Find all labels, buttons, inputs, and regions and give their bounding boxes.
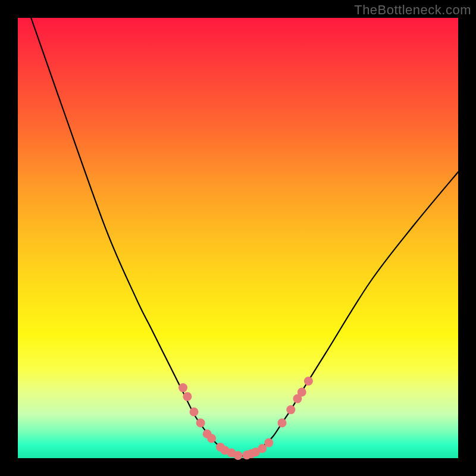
curve-svg (18, 18, 458, 458)
chart-frame: TheBottleneck.com (0, 0, 476, 476)
bottleneck-curve-path (31, 18, 458, 456)
marker-dot (304, 377, 313, 386)
marker-group (178, 377, 313, 460)
marker-dot (196, 418, 205, 427)
plot-area (18, 18, 458, 458)
marker-dot (190, 408, 199, 416)
marker-dot (286, 405, 295, 414)
marker-dot (298, 388, 306, 397)
marker-dot (264, 439, 273, 447)
watermark-text: TheBottleneck.com (354, 2, 471, 18)
marker-dot (207, 434, 216, 443)
marker-dot (178, 383, 187, 392)
marker-dot (183, 392, 192, 401)
marker-dot (278, 418, 287, 427)
marker-dot (234, 451, 243, 460)
